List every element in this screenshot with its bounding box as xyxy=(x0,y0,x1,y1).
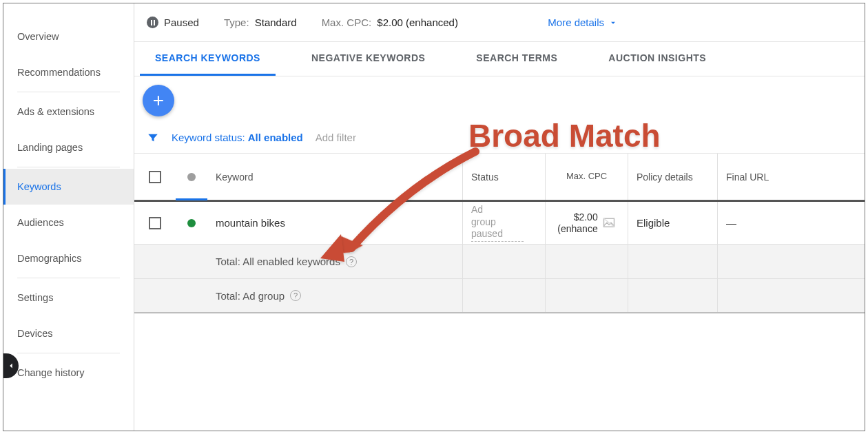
main-panel: Paused Type: Standard Max. CPC: $2.00 (e… xyxy=(134,3,865,431)
sidebar-divider xyxy=(17,92,120,92)
sidebar-item-audiences[interactable]: Audiences xyxy=(3,205,134,240)
sidebar-item-change-history[interactable]: Change history xyxy=(3,355,134,391)
sidebar-divider xyxy=(17,278,120,278)
svg-rect-1 xyxy=(154,20,155,25)
col-max-cpc[interactable]: Max. CPC xyxy=(545,154,628,200)
summary-label: Total: Ad group xyxy=(216,290,285,302)
add-keyword-button[interactable]: + xyxy=(143,85,174,116)
cell-status: Adgroup paused xyxy=(471,204,524,242)
more-details-toggle[interactable]: More details xyxy=(548,17,618,28)
help-icon[interactable]: ? xyxy=(290,290,301,301)
plus-icon: + xyxy=(153,91,164,110)
col-status[interactable]: Status xyxy=(462,154,545,200)
chevron-left-icon xyxy=(6,361,16,371)
broken-image-icon xyxy=(602,217,616,229)
adgroup-header: Paused Type: Standard Max. CPC: $2.00 (e… xyxy=(134,3,865,42)
status-dot-icon[interactable] xyxy=(187,219,196,227)
max-cpc-label: Max. CPC: xyxy=(322,17,372,28)
type-label: Type: xyxy=(224,17,249,28)
pause-icon xyxy=(147,17,158,28)
tab-search-keywords[interactable]: SEARCH KEYWORDS xyxy=(140,42,276,76)
max-cpc-value: $2.00 (enhanced) xyxy=(377,17,458,28)
table-summary-row: Total: Ad group ? xyxy=(134,279,865,313)
cell-policy: Eligible xyxy=(628,202,717,244)
chevron-down-icon xyxy=(608,18,618,28)
cell-keyword[interactable]: mountain bikes xyxy=(207,202,462,244)
sidebar-item-landing-pages[interactable]: Landing pages xyxy=(3,130,134,165)
type-field: Type: Standard xyxy=(224,17,297,28)
sidebar-item-demographics[interactable]: Demographics xyxy=(3,240,134,276)
filter-bar: Keyword status: All enabled Add filter xyxy=(134,122,865,154)
filter-chip-label: Keyword status: xyxy=(172,132,245,143)
dot-icon xyxy=(187,173,196,181)
col-final-url[interactable]: Final URL xyxy=(717,154,800,200)
sidebar-item-ads-extensions[interactable]: Ads & extensions xyxy=(3,94,134,130)
col-keyword[interactable]: Keyword xyxy=(207,154,462,200)
max-cpc-field: Max. CPC: $2.00 (enhanced) xyxy=(322,17,458,28)
sidebar-divider xyxy=(17,167,120,167)
sidebar-divider xyxy=(17,353,120,353)
keyword-tabs: SEARCH KEYWORDS NEGATIVE KEYWORDS SEARCH… xyxy=(134,42,865,76)
cpc-value: $2.00(enhance xyxy=(557,211,597,235)
svg-rect-0 xyxy=(151,20,152,25)
sidebar-item-overview[interactable]: Overview xyxy=(3,19,134,54)
sidebar-item-settings[interactable]: Settings xyxy=(3,280,134,316)
col-policy-details[interactable]: Policy details xyxy=(628,154,717,200)
more-details-label: More details xyxy=(548,17,604,28)
cell-final-url: — xyxy=(717,202,800,244)
status-badge: Paused xyxy=(147,17,199,28)
row-checkbox[interactable] xyxy=(149,217,161,229)
filter-chip-keyword-status[interactable]: Keyword status: All enabled xyxy=(172,132,303,143)
sidebar: Overview Recommendations Ads & extension… xyxy=(3,3,134,431)
add-filter-button[interactable]: Add filter xyxy=(316,132,356,143)
sidebar-item-devices[interactable]: Devices xyxy=(3,316,134,351)
status-dot-header[interactable] xyxy=(176,154,207,200)
summary-label: Total: All enabled keywords xyxy=(216,256,340,267)
type-value: Standard xyxy=(255,17,297,28)
tab-search-terms[interactable]: SEARCH TERMS xyxy=(461,42,572,76)
sidebar-item-recommendations[interactable]: Recommendations xyxy=(3,54,134,90)
table-row[interactable]: mountain bikes Adgroup paused $2.00(enha… xyxy=(134,202,865,245)
status-label: Paused xyxy=(164,17,199,28)
select-all-checkbox[interactable] xyxy=(149,171,161,183)
tab-negative-keywords[interactable]: NEGATIVE KEYWORDS xyxy=(296,42,440,76)
table-summary-row: Total: All enabled keywords ? xyxy=(134,245,865,279)
tab-auction-insights[interactable]: AUCTION INSIGHTS xyxy=(593,42,721,76)
help-icon[interactable]: ? xyxy=(346,256,357,267)
keywords-table: Keyword Status Max. CPC Policy details F… xyxy=(134,154,865,313)
sidebar-item-keywords[interactable]: Keywords xyxy=(3,169,134,205)
table-header-row: Keyword Status Max. CPC Policy details F… xyxy=(134,154,865,202)
filter-chip-value: All enabled xyxy=(248,132,303,143)
filter-icon[interactable] xyxy=(147,132,159,144)
cell-max-cpc[interactable]: $2.00(enhance xyxy=(557,211,615,235)
